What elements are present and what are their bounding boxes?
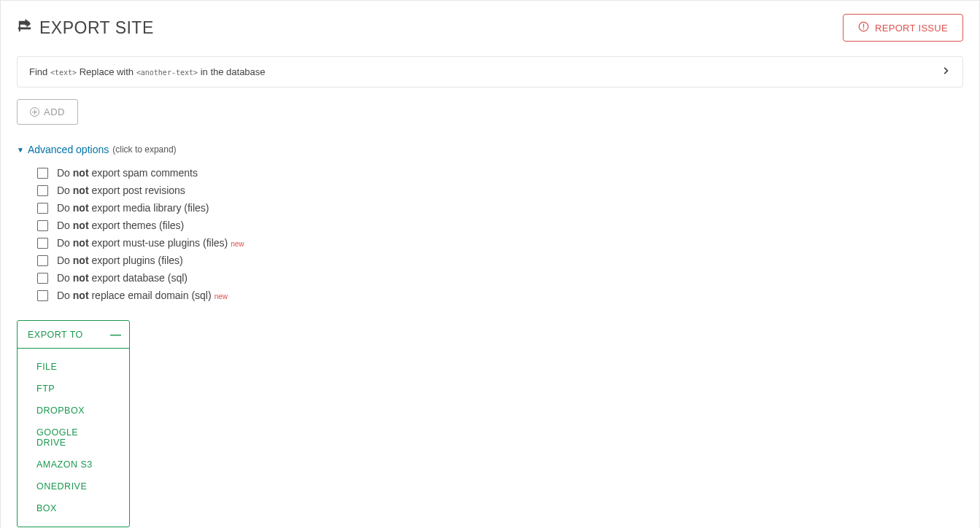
checkbox[interactable] xyxy=(37,185,48,196)
svg-rect-3 xyxy=(863,28,864,29)
chevron-right-icon xyxy=(941,66,951,78)
export-destination-item[interactable]: FTP xyxy=(22,378,125,400)
minus-icon: — xyxy=(110,328,119,341)
checkbox-label: Do not export media library (files) xyxy=(57,202,209,214)
export-destination-item[interactable]: AMAZON S3 xyxy=(22,454,125,475)
advanced-option-row: Do not export database (sql) xyxy=(37,269,963,287)
checkbox[interactable] xyxy=(37,238,48,249)
export-destination-item[interactable]: GOOGLE DRIVE xyxy=(22,422,125,454)
svg-rect-2 xyxy=(863,24,864,28)
export-to-header[interactable]: EXPORT TO — xyxy=(18,321,129,349)
advanced-option-row: Do not export spam comments xyxy=(37,164,963,182)
advanced-option-row: Do not replace email domain (sql)new xyxy=(37,287,963,304)
report-issue-button[interactable]: REPORT ISSUE xyxy=(843,14,963,42)
advanced-option-row: Do not export post revisions xyxy=(37,182,963,199)
checkbox[interactable] xyxy=(37,220,48,231)
find-replace-bar[interactable]: Find <text> Replace with <another-text> … xyxy=(17,56,963,88)
add-button[interactable]: ADD xyxy=(17,99,78,125)
export-destination-item[interactable]: BOX xyxy=(22,497,125,519)
svg-rect-0 xyxy=(18,27,31,29)
checkbox[interactable] xyxy=(37,290,48,301)
page-title: EXPORT SITE xyxy=(17,18,154,38)
checkbox[interactable] xyxy=(37,273,48,284)
export-destination-item[interactable]: FILE xyxy=(22,356,125,378)
advanced-option-row: Do not export themes (files) xyxy=(37,217,963,234)
export-site-panel: EXPORT SITE REPORT ISSUE Find <text> Rep… xyxy=(0,0,980,528)
plus-circle-icon xyxy=(30,107,39,117)
advanced-option-row: Do not export must-use plugins (files)ne… xyxy=(37,234,963,252)
checkbox-label: Do not export post revisions xyxy=(57,185,185,196)
checkbox[interactable] xyxy=(37,203,48,214)
checkbox-label: Do not export must-use plugins (files)ne… xyxy=(57,237,244,249)
export-destination-item[interactable]: ONEDRIVE xyxy=(22,475,125,497)
export-destination-item[interactable]: DROPBOX xyxy=(22,400,125,422)
export-icon xyxy=(17,18,34,37)
checkbox[interactable] xyxy=(37,255,48,266)
export-to-dropdown: EXPORT TO — FILEFTPDROPBOXGOOGLE DRIVEAM… xyxy=(17,320,130,527)
checkbox-label: Do not replace email domain (sql)new xyxy=(57,290,228,301)
advanced-option-row: Do not export media library (files) xyxy=(37,199,963,217)
checkbox[interactable] xyxy=(37,168,48,179)
checkbox-label: Do not export database (sql) xyxy=(57,272,188,284)
advanced-options-list: Do not export spam commentsDo not export… xyxy=(17,164,963,304)
new-badge: new xyxy=(215,292,228,300)
advanced-option-row: Do not export plugins (files) xyxy=(37,252,963,269)
triangle-down-icon: ▼ xyxy=(17,146,24,154)
warning-icon xyxy=(858,21,869,34)
advanced-options-toggle[interactable]: ▼ Advanced options (click to expand) xyxy=(17,144,963,155)
new-badge: new xyxy=(231,240,244,248)
checkbox-label: Do not export plugins (files) xyxy=(57,255,183,266)
checkbox-label: Do not export spam comments xyxy=(57,167,198,179)
checkbox-label: Do not export themes (files) xyxy=(57,220,184,231)
